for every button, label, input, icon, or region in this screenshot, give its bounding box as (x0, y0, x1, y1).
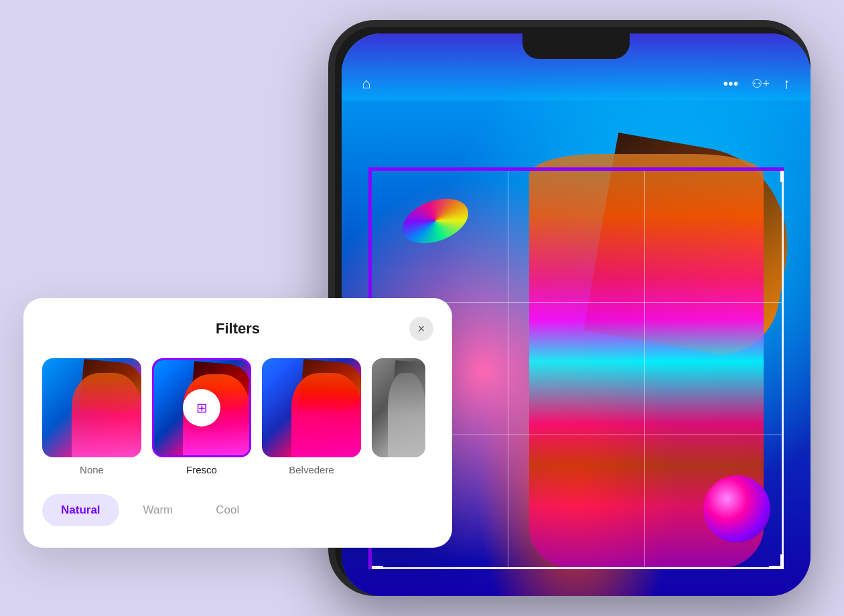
tone-selector: Natural Warm Cool (42, 494, 433, 526)
filter-item-fresco[interactable]: ⊞ Fresco (152, 358, 251, 475)
add-friends-icon[interactable]: ⚇+ (752, 76, 770, 91)
thumb-person-fourth (388, 373, 425, 457)
tone-button-warm[interactable]: Warm (125, 494, 192, 526)
filter-active-indicator: ⊞ (183, 389, 220, 427)
home-icon[interactable]: ⌂ (362, 75, 370, 92)
phone-notch (522, 33, 630, 59)
nav-left-icons: ⌂ (362, 75, 370, 92)
tone-button-natural[interactable]: Natural (42, 494, 119, 526)
close-button[interactable]: × (409, 317, 433, 341)
filter-item-belvedere[interactable]: Belvedere (262, 358, 361, 475)
filters-title: Filters (66, 320, 409, 337)
corner-br (769, 554, 784, 569)
nav-right-icons: ••• ⚇+ ↑ (723, 75, 790, 92)
filter-thumbnail-fresco: ⊞ (152, 358, 251, 457)
more-icon[interactable]: ••• (723, 75, 738, 92)
filter-thumbnail-belvedere (262, 358, 361, 457)
thumb-person-none (72, 373, 141, 457)
filters-panel: Filters × None ⊞ Fresco (23, 298, 452, 548)
filter-label-fresco: Fresco (186, 464, 217, 475)
close-icon: × (418, 322, 425, 336)
filter-thumbnails-row: None ⊞ Fresco Belvedere (42, 358, 433, 475)
filter-item-fourth[interactable] (372, 358, 425, 475)
thumb-person-belvedere (291, 373, 361, 457)
filter-label-none: None (80, 464, 104, 475)
tone-button-cool[interactable]: Cool (197, 494, 258, 526)
share-icon[interactable]: ↑ (783, 75, 790, 92)
filter-thumbnail-none (42, 358, 141, 457)
filter-label-belvedere: Belvedere (289, 464, 334, 475)
filters-header: Filters × (42, 317, 433, 341)
tune-icon: ⊞ (196, 400, 208, 416)
filter-thumbnail-fourth (372, 358, 425, 457)
crop-top-border (368, 167, 784, 171)
filter-item-none[interactable]: None (42, 358, 141, 475)
